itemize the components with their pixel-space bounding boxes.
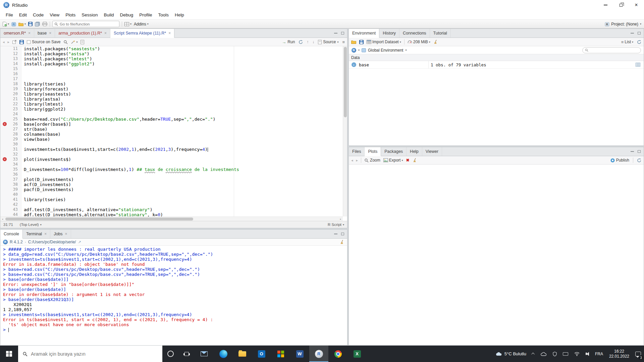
code-line[interactable]: 38acf(D_investments) (0, 182, 347, 187)
code-line[interactable]: 28colnames(base) (0, 132, 347, 137)
code-line[interactable]: 17 (0, 76, 347, 81)
maximize-pane-icon[interactable] (638, 150, 641, 153)
close-tab-icon[interactable]: × (104, 31, 107, 36)
close-tab-icon[interactable]: × (49, 31, 51, 36)
show-hidden-icons-button[interactable] (529, 346, 538, 362)
editor-tab-base[interactable]: base × (34, 29, 55, 38)
tab-jobs[interactable]: Jobs × (50, 230, 71, 238)
remove-plot-icon[interactable]: ✖ (406, 158, 409, 163)
code-line[interactable]: 35D_investments=100*diff(log(investments… (0, 167, 347, 172)
popout-button[interactable] (12, 40, 16, 44)
code-line[interactable]: 29view(base) (0, 137, 347, 142)
task-view-button[interactable] (178, 346, 195, 362)
taskbar-mail-app[interactable] (195, 346, 214, 362)
code-line[interactable]: 25base=read.csv("C:/Users/pc/Desktop/bas… (0, 117, 347, 122)
editor-tab-omerson[interactable]: omerson.R* × (0, 29, 34, 38)
go-previous-section-icon[interactable]: ↑ (307, 40, 309, 44)
taskbar-word-app[interactable]: W (290, 346, 309, 362)
addins-button[interactable]: Addins ▾ (134, 22, 149, 26)
scrollbar-thumb[interactable] (344, 47, 347, 117)
code-line[interactable]: 24 (0, 112, 347, 117)
taskbar-office-app[interactable] (271, 346, 290, 362)
tab-terminal[interactable]: Terminal × (23, 230, 50, 238)
editor-horizontal-scrollbar[interactable]: ◂ ▸ (0, 217, 343, 221)
code-line[interactable]: 12install.packages("astsa") (0, 51, 347, 56)
new-project-button[interactable]: R (11, 22, 16, 26)
save-file-button[interactable] (19, 40, 24, 44)
taskbar-outlook-app[interactable]: O (252, 346, 271, 362)
zoom-plot-button[interactable]: Zoom (364, 158, 380, 163)
code-line[interactable]: 30 (0, 142, 347, 147)
project-selector[interactable]: R Project: (None) ▾ (605, 22, 641, 26)
tab-plots[interactable]: Plots (365, 147, 381, 156)
goto-file-function-box[interactable] (52, 21, 119, 27)
taskbar-search-input[interactable] (31, 351, 158, 357)
action-center-button[interactable]: 3 (632, 346, 644, 362)
close-tab-icon[interactable]: × (168, 31, 171, 36)
taskbar-file-explorer-app[interactable] (233, 346, 252, 362)
menu-session[interactable]: Session (78, 12, 101, 17)
code-line[interactable]: 39pacf(D_investments) (0, 187, 347, 192)
working-directory-path[interactable]: C:/Users/pc/Desktop/serie/ (28, 240, 76, 244)
editor-tab-arma-production[interactable]: arma_production (1).R* × (55, 29, 110, 38)
scroll-right-icon[interactable]: ▸ (338, 217, 343, 221)
menu-tools[interactable]: Tools (155, 12, 172, 17)
tab-help[interactable]: Help (407, 147, 422, 156)
previous-plot-icon[interactable]: ◂ (351, 158, 353, 163)
menu-plots[interactable]: Plots (62, 12, 78, 17)
cortana-button[interactable] (162, 346, 178, 362)
code-line[interactable]: 18library(tseries) (0, 81, 347, 86)
environment-selector[interactable]: Global Environment (368, 48, 403, 53)
chevron-down-icon[interactable]: ▾ (405, 49, 407, 52)
save-all-button[interactable] (35, 22, 40, 26)
code-line[interactable]: 37plot(D_investments) (0, 177, 347, 182)
close-tab-icon[interactable]: × (28, 31, 31, 36)
rerun-button[interactable] (299, 40, 303, 44)
find-replace-button[interactable] (63, 40, 68, 44)
code-line[interactable]: 11install.packages("seastests") (0, 46, 347, 51)
code-line[interactable]: 34 (0, 162, 347, 167)
code-line[interactable]: 13install.packages("lmtest") (0, 56, 347, 61)
back-icon[interactable]: ◂ (3, 40, 5, 44)
code-line[interactable]: 31investments=ts(base$invest1,start=c(20… (0, 147, 347, 152)
touch-keyboard-tray-icon[interactable] (560, 346, 571, 362)
scrollbar-thumb[interactable] (5, 218, 193, 221)
code-line[interactable]: ×26base[order(base$)] (0, 122, 347, 127)
menu-profile[interactable]: Profile (136, 12, 155, 17)
taskbar-clock[interactable]: 16:22 22.01.2022 (606, 346, 632, 362)
source-on-save-toggle[interactable]: Source on Save (27, 40, 60, 44)
scroll-left-icon[interactable]: ◂ (0, 217, 5, 221)
code-line[interactable]: 14install.packages("ggplot2") (0, 61, 347, 66)
environment-object-row[interactable]: ▸ base 1 obs. of 79 variables (349, 61, 644, 69)
pane-layout-button[interactable]: ▾ (124, 22, 131, 26)
language-indicator[interactable]: FRA (592, 346, 606, 362)
menu-view[interactable]: View (47, 12, 62, 17)
code-line[interactable]: 43adf.test(D_investments, alternative="s… (0, 207, 347, 212)
code-line[interactable]: 21library(astsa) (0, 97, 347, 102)
code-line[interactable]: 36 (0, 172, 347, 177)
goto-file-function-input[interactable] (60, 22, 117, 26)
tab-tutorial[interactable]: Tutorial (430, 29, 451, 38)
close-tab-icon[interactable]: × (65, 232, 67, 236)
tab-packages[interactable]: Packages (381, 147, 407, 156)
close-tab-icon[interactable]: × (44, 232, 47, 236)
menu-build[interactable]: Build (101, 12, 117, 17)
scope-selector[interactable]: (Top Level) ▾ (20, 223, 42, 227)
next-plot-icon[interactable]: ▸ (356, 158, 358, 163)
menu-debug[interactable]: Debug (117, 12, 136, 17)
maximize-pane-icon[interactable] (341, 32, 344, 35)
code-line[interactable]: 42 (0, 202, 347, 207)
code-line[interactable]: 23library(ggplot2) (0, 107, 347, 112)
code-line[interactable]: 27str(base) (0, 127, 347, 132)
editor-tab-script-semra-aktepe[interactable]: Script Semra Aktepe (11).R* × (110, 29, 174, 38)
close-button[interactable]: × (629, 0, 644, 10)
weather-widget[interactable]: 5°C Bulutlu (492, 346, 529, 362)
taskbar-rstudio-app[interactable]: R (309, 346, 328, 362)
file-type-selector[interactable]: R Script ▾ (328, 223, 344, 227)
start-button[interactable] (0, 346, 18, 362)
run-button[interactable]: → Run (282, 40, 295, 45)
compile-report-button[interactable] (80, 40, 84, 44)
onedrive-tray-icon[interactable] (538, 346, 550, 362)
go-next-section-icon[interactable]: ↓ (312, 40, 314, 44)
menu-file[interactable]: File (3, 12, 16, 17)
